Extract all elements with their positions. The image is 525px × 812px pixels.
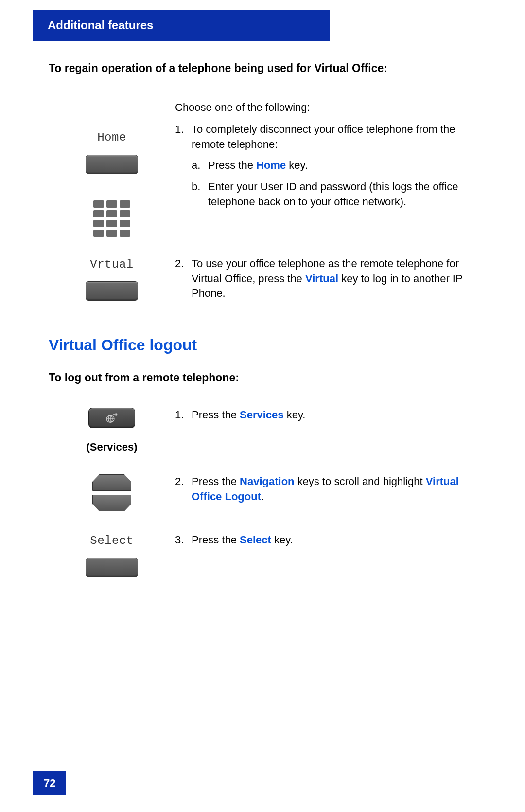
step1b: Enter your User ID and password (this lo… <box>208 180 467 210</box>
step1-intro: To completely disconnect your office tel… <box>192 123 455 150</box>
step-1-body: To completely disconnect your office tel… <box>192 122 467 217</box>
keyword-navigation: Navigation <box>240 475 294 487</box>
t: Press the <box>192 409 240 421</box>
softkey-label-home: Home <box>97 129 126 146</box>
logout-step-3: Select 3. Press the Select key. <box>49 533 467 577</box>
keyword-virtual: Virtual <box>305 272 338 285</box>
keyword-services: Services <box>240 409 284 421</box>
intro-text: Choose one of the following: <box>175 100 467 115</box>
t: keys to scroll and highlight <box>295 475 426 487</box>
chapter-header: Additional features <box>33 10 330 41</box>
t: Press the <box>208 159 256 171</box>
home-softkey-icon <box>86 155 138 174</box>
select-softkey-icon <box>86 558 138 577</box>
list-number: 2. <box>175 474 192 505</box>
nav-down-key-icon <box>92 495 131 511</box>
task-heading-1: To regain operation of a telephone being… <box>49 60 467 76</box>
navigation-keys-icon <box>92 474 131 511</box>
list-letter: a. <box>192 158 208 173</box>
icon-column-services: (Services) <box>49 408 175 455</box>
logout-step-2: 2. Press the Navigation keys to scroll a… <box>49 474 467 513</box>
t: Press the <box>192 475 240 487</box>
logout-s2-body: Press the Navigation keys to scroll and … <box>192 474 467 505</box>
step-row-1: Home Choose one of the following: 1. To … <box>49 100 467 237</box>
task-heading-2: To log out from a remote telephone: <box>49 370 467 385</box>
vrtual-softkey-icon <box>86 281 138 301</box>
logout-s1-body: Press the Services key. <box>192 408 305 423</box>
t: key. <box>284 409 306 421</box>
softkey-label-select: Select <box>90 533 133 549</box>
keyword-home: Home <box>256 159 286 171</box>
keypad-icon <box>93 200 130 237</box>
list-number: 1. <box>175 408 192 423</box>
list-letter: b. <box>192 180 208 210</box>
list-number: 1. <box>175 122 192 217</box>
t: key. <box>286 159 308 171</box>
t: key. <box>271 534 293 546</box>
page-number: 72 <box>33 771 66 795</box>
list-number: 3. <box>175 533 192 548</box>
step-row-2: Vrtual 2. To use your office telephone a… <box>49 256 467 310</box>
step2-body: To use your office telephone as the remo… <box>192 256 467 301</box>
page-content: To regain operation of a telephone being… <box>49 60 467 577</box>
section-heading-logout: Virtual Office logout <box>49 334 467 356</box>
icon-column-vrtual: Vrtual <box>49 256 175 301</box>
list-number: 2. <box>175 256 192 301</box>
icon-column-select: Select <box>49 533 175 577</box>
t: Press the <box>192 534 240 546</box>
services-label: (Services) <box>86 440 137 455</box>
step1a: Press the Home key. <box>208 158 308 173</box>
services-key-icon <box>88 408 135 428</box>
logout-s3-body: Press the Select key. <box>192 533 293 548</box>
nav-up-key-icon <box>92 474 131 491</box>
softkey-label-vrtual: Vrtual <box>90 256 133 273</box>
t: . <box>261 490 264 503</box>
globe-arrow-icon <box>105 413 119 423</box>
keyword-select: Select <box>240 534 271 546</box>
icon-column-nav <box>49 474 175 511</box>
logout-step-1: (Services) 1. Press the Services key. <box>49 408 467 455</box>
icon-column-home: Home <box>49 100 175 237</box>
